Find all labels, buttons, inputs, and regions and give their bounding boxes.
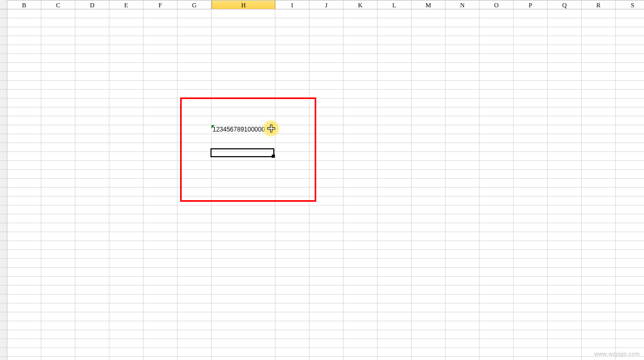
cell[interactable]: [109, 188, 143, 197]
cell[interactable]: [143, 188, 177, 197]
cell[interactable]: [377, 170, 412, 179]
cell[interactable]: [412, 54, 446, 63]
cell[interactable]: [343, 116, 377, 125]
cell[interactable]: [7, 232, 41, 241]
cell[interactable]: [7, 205, 41, 214]
cell[interactable]: [177, 223, 212, 232]
cell[interactable]: [212, 321, 275, 330]
cell[interactable]: [480, 214, 514, 223]
col-header-P[interactable]: P: [514, 0, 548, 9]
cell[interactable]: [582, 45, 616, 54]
cell[interactable]: [275, 45, 309, 54]
cell[interactable]: [412, 107, 446, 116]
cell[interactable]: [75, 303, 109, 312]
cell[interactable]: [7, 294, 41, 303]
cell[interactable]: [275, 72, 309, 81]
cell[interactable]: [446, 348, 480, 357]
cell[interactable]: [343, 188, 377, 197]
cell[interactable]: [377, 134, 412, 143]
cell[interactable]: [7, 197, 41, 205]
cell[interactable]: [343, 286, 377, 294]
cell[interactable]: [343, 197, 377, 205]
cell[interactable]: [480, 27, 514, 36]
cell[interactable]: [582, 36, 616, 45]
cell[interactable]: [75, 90, 109, 99]
cell[interactable]: [309, 277, 343, 286]
cell[interactable]: [582, 277, 616, 286]
cell[interactable]: [309, 116, 343, 125]
cell[interactable]: [446, 81, 480, 90]
cell[interactable]: [548, 54, 582, 63]
cell[interactable]: [582, 72, 616, 81]
cell[interactable]: [7, 170, 41, 179]
cell[interactable]: [582, 125, 616, 134]
cell[interactable]: [309, 294, 343, 303]
cell[interactable]: [309, 357, 343, 360]
cell[interactable]: [446, 250, 480, 259]
cell[interactable]: [548, 294, 582, 303]
cell[interactable]: [41, 197, 75, 205]
cell[interactable]: [275, 81, 309, 90]
cell[interactable]: [412, 330, 446, 339]
cell[interactable]: [616, 63, 644, 72]
cell[interactable]: [343, 27, 377, 36]
cell[interactable]: [75, 54, 109, 63]
cell[interactable]: [275, 54, 309, 63]
cell[interactable]: [7, 72, 41, 81]
cell[interactable]: [143, 214, 177, 223]
cell[interactable]: [75, 134, 109, 143]
row-header[interactable]: [0, 63, 7, 72]
cell[interactable]: [377, 312, 412, 321]
cell[interactable]: [109, 197, 143, 205]
cell[interactable]: [343, 125, 377, 134]
cell[interactable]: [7, 330, 41, 339]
cell[interactable]: [412, 161, 446, 170]
cell[interactable]: [309, 268, 343, 277]
row-header[interactable]: [0, 268, 7, 277]
cell[interactable]: [548, 90, 582, 99]
cell[interactable]: [548, 339, 582, 348]
row-header[interactable]: [0, 277, 7, 286]
cell[interactable]: [212, 330, 275, 339]
cell[interactable]: [616, 303, 644, 312]
cell[interactable]: [275, 348, 309, 357]
cell[interactable]: [177, 286, 212, 294]
cell[interactable]: [514, 81, 548, 90]
cell[interactable]: [480, 134, 514, 143]
cell[interactable]: [548, 259, 582, 268]
cell[interactable]: [41, 223, 75, 232]
cell[interactable]: [343, 330, 377, 339]
row-header[interactable]: [0, 125, 7, 134]
cell[interactable]: [109, 205, 143, 214]
cell[interactable]: [75, 268, 109, 277]
cell[interactable]: [177, 241, 212, 250]
cell[interactable]: [514, 72, 548, 81]
cell[interactable]: [514, 116, 548, 125]
cell[interactable]: [7, 357, 41, 360]
cell[interactable]: [480, 90, 514, 99]
cell[interactable]: [109, 339, 143, 348]
cell[interactable]: [377, 45, 412, 54]
col-header-B[interactable]: B: [7, 0, 41, 9]
cell[interactable]: [446, 286, 480, 294]
cell[interactable]: [412, 223, 446, 232]
cell[interactable]: [7, 223, 41, 232]
cell[interactable]: [343, 268, 377, 277]
cell[interactable]: [377, 268, 412, 277]
cell[interactable]: [548, 45, 582, 54]
cell[interactable]: [412, 268, 446, 277]
cell[interactable]: [7, 268, 41, 277]
cell[interactable]: [109, 330, 143, 339]
cell[interactable]: [514, 125, 548, 134]
cell[interactable]: [7, 250, 41, 259]
row-header[interactable]: [0, 161, 7, 170]
cell[interactable]: [177, 63, 212, 72]
cell[interactable]: [343, 54, 377, 63]
cell[interactable]: [143, 9, 177, 18]
cell[interactable]: [412, 241, 446, 250]
cell[interactable]: [377, 197, 412, 205]
cell[interactable]: [275, 339, 309, 348]
cell[interactable]: [446, 205, 480, 214]
cell[interactable]: [514, 259, 548, 268]
cell[interactable]: [41, 179, 75, 188]
